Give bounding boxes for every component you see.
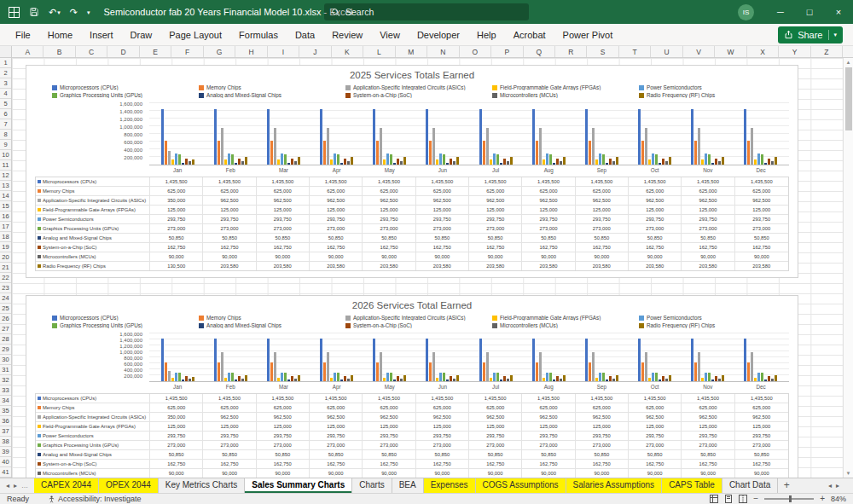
column-header-t[interactable]: T <box>619 46 651 57</box>
zoom-in-button[interactable]: + <box>820 495 825 503</box>
row-header-9[interactable]: 9 <box>0 140 11 150</box>
save-button[interactable] <box>29 7 39 17</box>
column-header-m[interactable]: M <box>396 46 427 57</box>
row-header-24[interactable]: 24 <box>0 293 11 304</box>
column-header-y[interactable]: Y <box>779 46 810 57</box>
column-header-l[interactable]: L <box>363 46 395 57</box>
next-sheet-icon[interactable]: ▸ <box>14 482 17 490</box>
column-header-c[interactable]: C <box>76 46 107 57</box>
undo-button[interactable]: ↶▾ <box>49 8 61 17</box>
column-header-h[interactable]: H <box>235 46 267 57</box>
sheet-tab-charts[interactable]: Charts <box>352 478 392 493</box>
row-header-14[interactable]: 14 <box>0 191 11 201</box>
row-header-34[interactable]: 34 <box>0 396 11 406</box>
share-button[interactable]: Share ▾ <box>778 26 843 43</box>
column-header-a[interactable]: A <box>12 46 44 57</box>
sheet-tab-cogs-assumptions[interactable]: COGS Assumptions <box>476 478 566 493</box>
row-header-3[interactable]: 3 <box>0 78 11 89</box>
sheet-tab-opex-2044[interactable]: OPEX 2044 <box>99 478 159 493</box>
row-header-31[interactable]: 31 <box>0 365 11 375</box>
ribbon-tab-home[interactable]: Home <box>39 24 81 46</box>
more-sheets-icon[interactable]: … <box>21 482 28 490</box>
column-header-i[interactable]: I <box>268 46 299 57</box>
page-layout-view-icon[interactable] <box>724 495 733 503</box>
row-header-27[interactable]: 27 <box>0 324 11 334</box>
row-header-8[interactable]: 8 <box>0 130 11 140</box>
ribbon-tab-insert[interactable]: Insert <box>81 24 122 46</box>
row-header-16[interactable]: 16 <box>0 211 11 222</box>
row-header-25[interactable]: 25 <box>0 304 11 314</box>
select-all-corner[interactable] <box>0 46 12 57</box>
row-header-5[interactable]: 5 <box>0 99 11 109</box>
row-header-36[interactable]: 36 <box>0 416 11 426</box>
column-header-e[interactable]: E <box>140 46 171 57</box>
column-header-w[interactable]: W <box>715 46 746 57</box>
zoom-slider[interactable] <box>764 498 814 500</box>
ribbon-tab-file[interactable]: File <box>7 24 39 46</box>
zoom-out-button[interactable]: − <box>753 495 758 503</box>
chart-2026-services-total[interactable]: 2026 Services Total EarnedMicroprocessor… <box>26 295 798 478</box>
sheet-tab-capex-2044[interactable]: CAPEX 2044 <box>34 478 99 493</box>
row-header-18[interactable]: 18 <box>0 232 11 242</box>
column-header-n[interactable]: N <box>427 46 459 57</box>
scroll-left-icon[interactable]: ◂ <box>828 482 832 490</box>
search-input[interactable]: Search <box>324 3 529 20</box>
row-header-10[interactable]: 10 <box>0 150 11 160</box>
column-header-x[interactable]: X <box>747 46 779 57</box>
row-header-39[interactable]: 39 <box>0 447 11 457</box>
ribbon-tab-view[interactable]: View <box>371 24 409 46</box>
scroll-down-icon[interactable]: ▼ <box>846 469 851 478</box>
close-button[interactable]: × <box>824 0 853 24</box>
row-header-2[interactable]: 2 <box>0 68 11 78</box>
ribbon-tab-developer[interactable]: Developer <box>409 24 468 46</box>
row-header-15[interactable]: 15 <box>0 201 11 211</box>
scroll-right-icon[interactable]: ▸ <box>836 482 839 490</box>
scroll-up-icon[interactable]: ▲ <box>846 58 851 67</box>
scrollbar-thumb[interactable] <box>845 67 852 130</box>
normal-view-icon[interactable] <box>710 495 718 503</box>
add-sheet-button[interactable]: + <box>778 478 795 493</box>
ribbon-tab-data[interactable]: Data <box>287 24 323 46</box>
excel-app-icon[interactable] <box>9 7 20 18</box>
sheet-tab-chart-data[interactable]: Chart Data <box>722 478 778 493</box>
column-header-u[interactable]: U <box>651 46 682 57</box>
row-header-32[interactable]: 32 <box>0 375 11 385</box>
column-header-k[interactable]: K <box>332 46 363 57</box>
maximize-button[interactable]: □ <box>795 0 824 24</box>
row-header-22[interactable]: 22 <box>0 273 11 283</box>
row-header-11[interactable]: 11 <box>0 160 11 171</box>
redo-button[interactable]: ↷ <box>70 8 78 17</box>
zoom-level[interactable]: 84% <box>831 495 846 503</box>
customize-quick-access-button[interactable]: ▾ <box>87 9 90 15</box>
ribbon-tab-help[interactable]: Help <box>468 24 505 46</box>
column-header-v[interactable]: V <box>683 46 715 57</box>
row-header-12[interactable]: 12 <box>0 171 11 181</box>
column-header-g[interactable]: G <box>204 46 235 57</box>
share-dropdown-icon[interactable]: ▾ <box>833 32 837 38</box>
row-header-38[interactable]: 38 <box>0 437 11 447</box>
row-header-35[interactable]: 35 <box>0 406 11 416</box>
row-header-41[interactable]: 41 <box>0 467 11 478</box>
row-header-28[interactable]: 28 <box>0 334 11 345</box>
sheet-tab-bea[interactable]: BEA <box>392 478 424 493</box>
column-header-p[interactable]: P <box>491 46 523 57</box>
column-header-q[interactable]: Q <box>524 46 555 57</box>
row-header-13[interactable]: 13 <box>0 181 11 191</box>
row-header-23[interactable]: 23 <box>0 283 11 293</box>
ribbon-tab-formulas[interactable]: Formulas <box>230 24 287 46</box>
sheet-tab-salaries-assumptions[interactable]: Salaries Assumptions <box>566 478 663 493</box>
column-header-o[interactable]: O <box>460 46 491 57</box>
sheet-tab-expenses[interactable]: Expenses <box>424 478 476 493</box>
sheet-tab-caps-table[interactable]: CAPS Table <box>662 478 722 493</box>
row-header-33[interactable]: 33 <box>0 385 11 396</box>
row-header-19[interactable]: 19 <box>0 242 11 252</box>
column-header-r[interactable]: R <box>555 46 587 57</box>
vertical-scrollbar[interactable]: ▲ ▼ <box>843 58 853 478</box>
ribbon-tab-review[interactable]: Review <box>323 24 371 46</box>
row-header-37[interactable]: 37 <box>0 426 11 437</box>
prev-sheet-icon[interactable]: ◂ <box>6 482 9 490</box>
chart-2025-services-totals[interactable]: 2025 Services Totals EarnedMicroprocesso… <box>26 65 798 278</box>
column-header-f[interactable]: F <box>171 46 203 57</box>
ribbon-tab-draw[interactable]: Draw <box>122 24 161 46</box>
column-header-b[interactable]: B <box>44 46 75 57</box>
